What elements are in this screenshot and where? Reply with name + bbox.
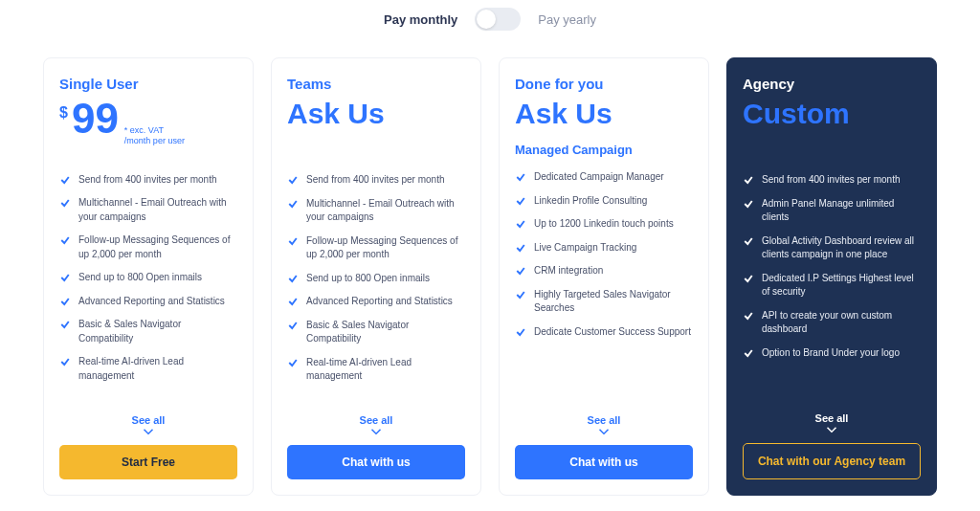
feature-text: Multichannel - Email Outreach with your … (78, 196, 237, 224)
price-note-vat: * exc. VAT (124, 125, 185, 136)
plan-name: Single User (59, 76, 237, 92)
check-icon (515, 218, 526, 230)
feature-text: Basic & Sales Navigator Compatibility (306, 319, 465, 346)
feature-text: Send from 400 invites per month (762, 173, 901, 188)
plan-card-agency: Agency Custom Send from 400 invites per … (726, 57, 937, 496)
feature-text: Highly Targeted Sales Navigator Searches (534, 288, 693, 316)
feature-item: Send up to 800 Open inmails (59, 271, 237, 285)
check-icon (743, 198, 754, 210)
start-free-button[interactable]: Start Free (59, 445, 237, 479)
price-notes: * exc. VAT /month per user (124, 125, 185, 146)
feature-item: Send from 400 invites per month (743, 173, 921, 188)
check-icon (743, 235, 754, 247)
feature-text: Global Activity Dashboard review all cli… (762, 234, 921, 262)
price-amount: 99 (72, 98, 119, 140)
chevron-down-icon (598, 428, 610, 435)
plan-subtitle: Managed Campaign (515, 143, 693, 157)
feature-text: Dedicated I.P Settings Highest level of … (762, 272, 921, 300)
feature-item: Dedicated Campaign Manager (515, 170, 693, 185)
feature-text: Dedicated Campaign Manager (534, 170, 664, 185)
feature-item: Global Activity Dashboard review all cli… (743, 234, 921, 262)
plan-card-single-user: Single User $ 99 * exc. VAT /month per u… (43, 57, 254, 496)
feature-item: API to create your own custom dashboard (743, 309, 921, 337)
feature-text: Follow-up Messaging Sequences of up 2,00… (78, 233, 237, 261)
feature-text: Up to 1200 Linkedin touch points (534, 217, 674, 232)
plan-name: Teams (287, 76, 465, 92)
chevron-down-icon (143, 428, 154, 435)
see-all-link[interactable]: See all (59, 414, 237, 426)
check-icon (287, 198, 299, 210)
plan-name: Done for you (515, 76, 693, 92)
feature-text: Linkedin Profile Consulting (534, 194, 647, 209)
billing-toggle-row: Pay monthly Pay yearly (0, 0, 980, 40)
see-all-link[interactable]: See all (515, 414, 693, 426)
check-icon (515, 326, 526, 338)
check-icon (287, 320, 299, 331)
feature-list: Send from 400 invites per month Admin Pa… (743, 173, 921, 409)
feature-item: Option to Brand Under your logo (743, 346, 921, 361)
see-all-link[interactable]: See all (287, 414, 465, 426)
feature-item: Advanced Reporting and Statistics (59, 295, 237, 309)
plan-card-done-for-you: Done for you Ask Us Managed Campaign Ded… (499, 57, 709, 496)
toggle-label-yearly: Pay yearly (538, 12, 596, 27)
check-icon (287, 296, 299, 307)
feature-item: Send up to 800 Open inmails (287, 272, 465, 286)
feature-text: Advanced Reporting and Statistics (306, 295, 453, 309)
chevron-down-icon (826, 426, 837, 433)
check-icon (743, 174, 754, 186)
feature-text: Send from 400 invites per month (306, 173, 445, 188)
check-icon (287, 174, 299, 186)
feature-text: Option to Brand Under your logo (762, 346, 900, 361)
feature-item: Basic & Sales Navigator Compatibility (287, 319, 465, 346)
price-row: $ 99 * exc. VAT /month per user (59, 98, 237, 146)
check-icon (59, 319, 71, 330)
feature-item: Admin Panel Manage unlimited clients (743, 197, 921, 225)
billing-toggle[interactable] (475, 8, 521, 31)
check-icon (287, 235, 299, 247)
toggle-knob (477, 10, 496, 29)
feature-list: Send from 400 invites per month Multicha… (287, 173, 465, 411)
feature-text: Send up to 800 Open inmails (78, 271, 202, 285)
check-icon (515, 195, 526, 207)
price-text: Ask Us (287, 98, 465, 129)
check-icon (59, 356, 71, 367)
feature-item: Follow-up Messaging Sequences of up 2,00… (59, 233, 237, 261)
price-text: Custom (743, 98, 921, 129)
check-icon (515, 289, 526, 300)
feature-item: Dedicated I.P Settings Highest level of … (743, 272, 921, 300)
check-icon (59, 197, 71, 209)
feature-item: Highly Targeted Sales Navigator Searches (515, 288, 693, 316)
feature-item: Send from 400 invites per month (59, 173, 237, 188)
currency-symbol: $ (59, 104, 68, 122)
feature-text: Advanced Reporting and Statistics (78, 295, 225, 309)
feature-text: Multichannel - Email Outreach with your … (306, 197, 465, 225)
feature-text: Send up to 800 Open inmails (306, 272, 430, 286)
check-icon (743, 273, 754, 284)
check-icon (515, 242, 526, 254)
feature-item: Send from 400 invites per month (287, 173, 465, 188)
feature-text: Real-time AI-driven Lead management (78, 355, 237, 383)
feature-text: Live Campaign Tracking (534, 241, 636, 256)
feature-item: Real-time AI-driven Lead management (59, 355, 237, 383)
check-icon (743, 347, 754, 359)
feature-text: Basic & Sales Navigator Compatibility (78, 318, 237, 345)
feature-item: Up to 1200 Linkedin touch points (515, 217, 693, 232)
feature-item: CRM integration (515, 264, 693, 278)
feature-item: Dedicate Customer Success Support (515, 325, 693, 340)
plan-name: Agency (743, 76, 921, 92)
feature-list: Dedicated Campaign Manager Linkedin Prof… (515, 170, 693, 411)
chat-with-us-button[interactable]: Chat with us (287, 445, 465, 479)
feature-text: CRM integration (534, 264, 603, 278)
chat-agency-button[interactable]: Chat with our Agency team (743, 443, 921, 479)
check-icon (59, 174, 71, 186)
check-icon (287, 273, 299, 284)
plan-card-teams: Teams Ask Us Send from 400 invites per m… (271, 57, 481, 496)
price-text: Ask Us (515, 98, 693, 129)
check-icon (287, 357, 299, 368)
feature-item: Multichannel - Email Outreach with your … (59, 196, 237, 224)
feature-item: Real-time AI-driven Lead management (287, 356, 465, 384)
toggle-label-monthly: Pay monthly (384, 12, 457, 27)
check-icon (59, 272, 71, 283)
see-all-link[interactable]: See all (743, 412, 921, 424)
chat-with-us-button[interactable]: Chat with us (515, 445, 693, 479)
